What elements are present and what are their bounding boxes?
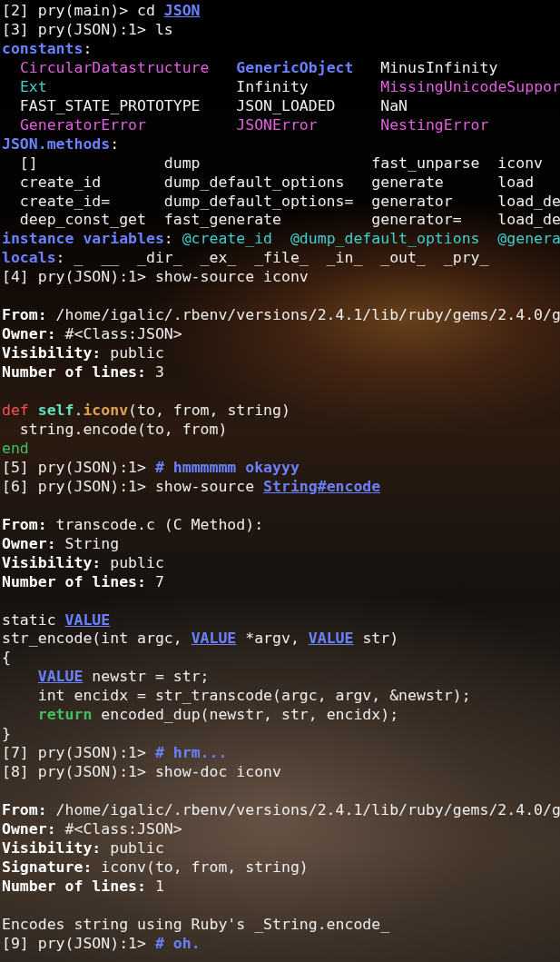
text-segment bbox=[210, 59, 237, 76]
terminal-line: FAST_STATE_PROTOTYPE JSON_LOADED NaN bbox=[2, 97, 560, 116]
text-segment: String bbox=[56, 535, 120, 552]
terminal-line: create_id dump_default_options generate … bbox=[2, 174, 560, 193]
terminal-line: CircularDatastructure GenericObject Minu… bbox=[2, 59, 560, 78]
text-segment: : bbox=[164, 230, 182, 247]
terminal-line: { bbox=[2, 649, 560, 668]
text-segment: newstr = str; bbox=[83, 668, 209, 685]
text-segment: encoded_dup(newstr, str, encidx); bbox=[92, 706, 398, 723]
text-segment bbox=[2, 706, 38, 723]
terminal-line: deep_const_get fast_generate generator= … bbox=[2, 211, 560, 230]
text-segment: public bbox=[101, 344, 164, 362]
terminal-line: From: transcode.c (C Method): bbox=[2, 516, 560, 535]
text-segment: instance variables bbox=[2, 230, 164, 247]
text-segment bbox=[2, 78, 20, 95]
terminal-line: Visibility: public bbox=[2, 554, 560, 573]
terminal-line: GeneratorError JSONError NestingError bbox=[2, 116, 560, 135]
text-segment: VALUE bbox=[65, 611, 111, 629]
text-segment: NestingError bbox=[380, 116, 488, 134]
text-segment: { bbox=[2, 649, 11, 666]
text-segment: create_id dump_default_options generate … bbox=[2, 174, 534, 191]
text-segment: [3] pry(JSON):1> ls bbox=[2, 21, 173, 38]
text-segment: Visibility: bbox=[2, 839, 101, 857]
terminal-output[interactable]: [2] pry(main)> cd JSON[3] pry(JSON):1> l… bbox=[0, 0, 560, 954]
terminal-line: From: /home/igalic/.rbenv/versions/2.4.1… bbox=[2, 801, 560, 820]
terminal-line bbox=[2, 897, 560, 916]
text-segment: [6] pry(JSON):1> show-source bbox=[2, 478, 263, 495]
text-segment: Visibility: bbox=[2, 344, 101, 362]
terminal-line: [2] pry(main)> cd JSON bbox=[2, 2, 560, 21]
text-segment: #<Class:JSON> bbox=[56, 325, 182, 342]
terminal-line: [5] pry(JSON):1> # hmmmmmm okayyy bbox=[2, 459, 560, 478]
text-segment: JSONError bbox=[236, 116, 317, 134]
terminal-line bbox=[2, 497, 560, 516]
text-segment: int encidx = str_transcode(argc, argv, &… bbox=[2, 687, 471, 704]
text-segment: 7 bbox=[146, 573, 164, 590]
text-segment: create_id= dump_default_options= generat… bbox=[2, 193, 560, 210]
terminal-line: int encidx = str_transcode(argc, argv, &… bbox=[2, 687, 560, 706]
text-segment: From: bbox=[2, 516, 47, 533]
terminal-line: [9] pry(JSON):1> # oh. bbox=[2, 935, 560, 954]
text-segment: From: bbox=[2, 306, 47, 323]
terminal-line: Visibility: public bbox=[2, 839, 560, 858]
terminal-line: str_encode(int argc, VALUE *argv, VALUE … bbox=[2, 630, 560, 649]
text-segment: public bbox=[101, 839, 164, 857]
text-segment: self bbox=[38, 402, 74, 419]
text-segment bbox=[2, 59, 20, 76]
terminal-line: [7] pry(JSON):1> # hrm... bbox=[2, 744, 560, 763]
text-segment: String#encode bbox=[263, 478, 380, 495]
text-segment: JSON bbox=[164, 2, 201, 19]
terminal-line: string.encode(to, from) bbox=[2, 421, 560, 440]
text-segment: @create_id @dump_default_options @genera bbox=[182, 230, 560, 247]
text-segment: Ext bbox=[20, 78, 47, 95]
terminal-line: instance variables: @create_id @dump_def… bbox=[2, 230, 560, 249]
text-segment: JSON.methods bbox=[2, 135, 110, 153]
text-segment: [5] pry(JSON):1> bbox=[2, 459, 155, 476]
terminal-line: [8] pry(JSON):1> show-doc iconv bbox=[2, 763, 560, 782]
text-segment: locals bbox=[2, 249, 56, 266]
terminal-line: locals: _ __ _dir_ _ex_ _file_ _in_ _out… bbox=[2, 249, 560, 268]
text-segment bbox=[2, 116, 20, 134]
text-segment: # oh. bbox=[155, 935, 201, 952]
text-segment: : _ __ _dir_ _ex_ _file_ _in_ _out_ _pry… bbox=[56, 249, 489, 266]
text-segment: #<Class:JSON> bbox=[56, 820, 182, 838]
text-segment: Owner: bbox=[2, 535, 56, 552]
terminal-line: From: /home/igalic/.rbenv/versions/2.4.1… bbox=[2, 306, 560, 325]
terminal-line: } bbox=[2, 725, 560, 744]
terminal-line: Number of lines: 3 bbox=[2, 363, 560, 382]
text-segment: (to, from, string) bbox=[128, 402, 290, 419]
terminal-line: VALUE newstr = str; bbox=[2, 668, 560, 687]
text-segment: [4] pry(JSON):1> show-source iconv bbox=[2, 268, 309, 285]
text-segment bbox=[318, 116, 381, 134]
text-segment: 3 bbox=[146, 363, 164, 381]
terminal-line: Owner: #<Class:JSON> bbox=[2, 820, 560, 839]
terminal-line: Owner: #<Class:JSON> bbox=[2, 325, 560, 344]
text-segment: def bbox=[2, 402, 29, 419]
text-segment: [9] pry(JSON):1> bbox=[2, 935, 155, 952]
text-segment: } bbox=[2, 725, 11, 742]
text-segment: From: bbox=[2, 801, 47, 818]
text-segment: # hmmmmmm okayyy bbox=[155, 459, 300, 476]
terminal-line: def self.iconv(to, from, string) bbox=[2, 402, 560, 421]
terminal-line: Number of lines: 7 bbox=[2, 573, 560, 592]
text-segment: /home/igalic/.rbenv/versions/2.4.1/lib/r… bbox=[47, 306, 560, 323]
text-segment bbox=[2, 668, 38, 685]
text-segment: public bbox=[101, 554, 164, 571]
text-segment: iconv(to, from, string) bbox=[92, 858, 308, 876]
text-segment bbox=[29, 402, 38, 419]
text-segment: iconv bbox=[83, 402, 128, 419]
terminal-line: create_id= dump_default_options= generat… bbox=[2, 193, 560, 212]
terminal-line: JSON.methods: bbox=[2, 135, 560, 154]
terminal-line: end bbox=[2, 440, 560, 459]
text-segment: [] dump fast_unparse iconv bbox=[2, 154, 543, 172]
terminal-line: return encoded_dup(newstr, str, encidx); bbox=[2, 706, 560, 725]
text-segment: constants bbox=[2, 40, 83, 57]
terminal-line: Encodes string using Ruby's _String.enco… bbox=[2, 916, 560, 935]
text-segment: : bbox=[110, 135, 128, 153]
text-segment: static bbox=[2, 611, 65, 629]
text-segment: [2] pry(main)> cd bbox=[2, 2, 164, 19]
text-segment: Infinity bbox=[47, 78, 381, 95]
text-segment: Visibility: bbox=[2, 554, 101, 571]
text-segment bbox=[146, 116, 236, 134]
text-segment: return bbox=[38, 706, 93, 723]
terminal-line: Signature: iconv(to, from, string) bbox=[2, 858, 560, 878]
